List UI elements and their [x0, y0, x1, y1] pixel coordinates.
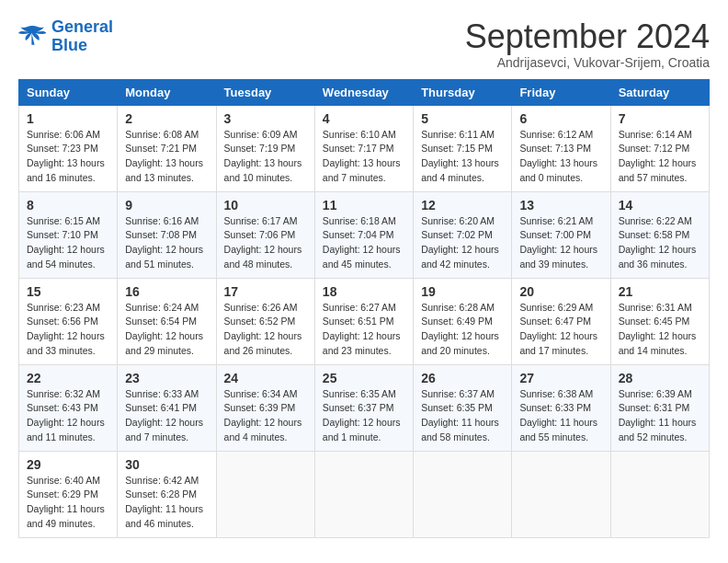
- logo-text-blue: Blue: [51, 37, 113, 55]
- calendar-cell: 30 Sunrise: 6:42 AM Sunset: 6:28 PM Dayl…: [118, 451, 216, 537]
- day-info: Sunrise: 6:17 AM Sunset: 7:06 PM Dayligh…: [224, 214, 307, 272]
- calendar-cell: [314, 451, 413, 537]
- day-info: Sunrise: 6:21 AM Sunset: 7:00 PM Dayligh…: [519, 214, 602, 272]
- day-number: 13: [519, 198, 602, 213]
- weekday-header: Saturday: [610, 79, 709, 105]
- day-info: Sunrise: 6:35 AM Sunset: 6:37 PM Dayligh…: [323, 387, 405, 445]
- weekday-header: Monday: [118, 79, 216, 105]
- day-info: Sunrise: 6:10 AM Sunset: 7:17 PM Dayligh…: [323, 128, 405, 186]
- day-number: 18: [323, 284, 405, 299]
- calendar-cell: [414, 451, 512, 537]
- calendar-cell: 26 Sunrise: 6:37 AM Sunset: 6:35 PM Dayl…: [414, 364, 512, 451]
- logo-text: General: [51, 18, 113, 37]
- location-subtitle: Andrijasevci, Vukovar-Srijem, Croatia: [465, 55, 710, 70]
- calendar-cell: [216, 451, 314, 537]
- day-number: 9: [125, 198, 208, 213]
- day-info: Sunrise: 6:06 AM Sunset: 7:23 PM Dayligh…: [27, 128, 109, 186]
- day-number: 17: [224, 284, 307, 299]
- day-info: Sunrise: 6:26 AM Sunset: 6:52 PM Dayligh…: [224, 301, 307, 359]
- day-number: 28: [619, 371, 701, 385]
- calendar-cell: 6 Sunrise: 6:12 AM Sunset: 7:13 PM Dayli…: [512, 105, 610, 191]
- calendar-week-row: 1 Sunrise: 6:06 AM Sunset: 7:23 PM Dayli…: [19, 105, 710, 191]
- weekday-header: Wednesday: [314, 79, 413, 105]
- calendar-cell: 16 Sunrise: 6:24 AM Sunset: 6:54 PM Dayl…: [118, 278, 216, 364]
- calendar-cell: [512, 451, 610, 537]
- day-number: 20: [519, 284, 602, 299]
- day-info: Sunrise: 6:39 AM Sunset: 6:31 PM Dayligh…: [619, 387, 701, 445]
- day-info: Sunrise: 6:11 AM Sunset: 7:15 PM Dayligh…: [421, 128, 504, 186]
- weekday-header: Sunday: [19, 79, 118, 105]
- calendar-cell: 9 Sunrise: 6:16 AM Sunset: 7:08 PM Dayli…: [118, 191, 216, 278]
- calendar-cell: 7 Sunrise: 6:14 AM Sunset: 7:12 PM Dayli…: [610, 105, 709, 191]
- day-number: 29: [27, 457, 109, 472]
- weekday-header: Friday: [512, 79, 610, 105]
- calendar-cell: 17 Sunrise: 6:26 AM Sunset: 6:52 PM Dayl…: [216, 278, 314, 364]
- calendar-cell: 19 Sunrise: 6:28 AM Sunset: 6:49 PM Dayl…: [414, 278, 512, 364]
- day-number: 19: [421, 284, 504, 299]
- month-title: September 2024: [465, 18, 710, 55]
- day-info: Sunrise: 6:23 AM Sunset: 6:56 PM Dayligh…: [27, 301, 109, 359]
- day-info: Sunrise: 6:22 AM Sunset: 6:58 PM Dayligh…: [619, 214, 701, 272]
- calendar-cell: 27 Sunrise: 6:38 AM Sunset: 6:33 PM Dayl…: [512, 364, 610, 451]
- calendar-cell: 23 Sunrise: 6:33 AM Sunset: 6:41 PM Dayl…: [118, 364, 216, 451]
- day-number: 4: [323, 111, 405, 126]
- day-number: 11: [323, 198, 405, 213]
- day-number: 25: [323, 371, 405, 385]
- logo-icon: [18, 24, 48, 50]
- day-number: 26: [421, 371, 504, 385]
- calendar-cell: 21 Sunrise: 6:31 AM Sunset: 6:45 PM Dayl…: [610, 278, 709, 364]
- day-number: 21: [619, 284, 701, 299]
- day-info: Sunrise: 6:28 AM Sunset: 6:49 PM Dayligh…: [421, 301, 504, 359]
- day-number: 15: [27, 284, 109, 299]
- day-info: Sunrise: 6:34 AM Sunset: 6:39 PM Dayligh…: [224, 387, 307, 445]
- calendar-cell: [610, 451, 709, 537]
- day-info: Sunrise: 6:09 AM Sunset: 7:19 PM Dayligh…: [224, 128, 307, 186]
- day-number: 27: [519, 371, 602, 385]
- calendar-cell: 12 Sunrise: 6:20 AM Sunset: 7:02 PM Dayl…: [414, 191, 512, 278]
- day-number: 24: [224, 371, 307, 385]
- page-header: General Blue September 2024 Andrijasevci…: [18, 18, 710, 70]
- day-number: 14: [619, 198, 701, 213]
- calendar-cell: 3 Sunrise: 6:09 AM Sunset: 7:19 PM Dayli…: [216, 105, 314, 191]
- calendar-cell: 10 Sunrise: 6:17 AM Sunset: 7:06 PM Dayl…: [216, 191, 314, 278]
- day-number: 22: [27, 371, 109, 385]
- calendar-cell: 29 Sunrise: 6:40 AM Sunset: 6:29 PM Dayl…: [19, 451, 118, 537]
- calendar-cell: 20 Sunrise: 6:29 AM Sunset: 6:47 PM Dayl…: [512, 278, 610, 364]
- day-info: Sunrise: 6:15 AM Sunset: 7:10 PM Dayligh…: [27, 214, 109, 272]
- calendar-table: SundayMondayTuesdayWednesdayThursdayFrid…: [18, 79, 710, 538]
- title-section: September 2024 Andrijasevci, Vukovar-Sri…: [465, 18, 710, 70]
- calendar-cell: 13 Sunrise: 6:21 AM Sunset: 7:00 PM Dayl…: [512, 191, 610, 278]
- day-number: 10: [224, 198, 307, 213]
- calendar-cell: 8 Sunrise: 6:15 AM Sunset: 7:10 PM Dayli…: [19, 191, 118, 278]
- day-info: Sunrise: 6:40 AM Sunset: 6:29 PM Dayligh…: [27, 474, 109, 532]
- calendar-cell: 14 Sunrise: 6:22 AM Sunset: 6:58 PM Dayl…: [610, 191, 709, 278]
- day-info: Sunrise: 6:31 AM Sunset: 6:45 PM Dayligh…: [619, 301, 701, 359]
- calendar-cell: 2 Sunrise: 6:08 AM Sunset: 7:21 PM Dayli…: [118, 105, 216, 191]
- day-info: Sunrise: 6:38 AM Sunset: 6:33 PM Dayligh…: [519, 387, 602, 445]
- day-number: 7: [619, 111, 701, 126]
- day-number: 23: [125, 371, 208, 385]
- day-info: Sunrise: 6:20 AM Sunset: 7:02 PM Dayligh…: [421, 214, 504, 272]
- day-info: Sunrise: 6:29 AM Sunset: 6:47 PM Dayligh…: [519, 301, 602, 359]
- day-number: 5: [421, 111, 504, 126]
- calendar-cell: 22 Sunrise: 6:32 AM Sunset: 6:43 PM Dayl…: [19, 364, 118, 451]
- calendar-cell: 28 Sunrise: 6:39 AM Sunset: 6:31 PM Dayl…: [610, 364, 709, 451]
- day-number: 8: [27, 198, 109, 213]
- calendar-cell: 24 Sunrise: 6:34 AM Sunset: 6:39 PM Dayl…: [216, 364, 314, 451]
- calendar-week-row: 22 Sunrise: 6:32 AM Sunset: 6:43 PM Dayl…: [19, 364, 710, 451]
- day-number: 30: [125, 457, 208, 472]
- day-info: Sunrise: 6:18 AM Sunset: 7:04 PM Dayligh…: [323, 214, 405, 272]
- day-info: Sunrise: 6:16 AM Sunset: 7:08 PM Dayligh…: [125, 214, 208, 272]
- weekday-header: Thursday: [414, 79, 512, 105]
- day-info: Sunrise: 6:08 AM Sunset: 7:21 PM Dayligh…: [125, 128, 208, 186]
- day-number: 2: [125, 111, 208, 126]
- day-number: 16: [125, 284, 208, 299]
- day-number: 12: [421, 198, 504, 213]
- calendar-week-row: 29 Sunrise: 6:40 AM Sunset: 6:29 PM Dayl…: [19, 451, 710, 537]
- day-info: Sunrise: 6:32 AM Sunset: 6:43 PM Dayligh…: [27, 387, 109, 445]
- calendar-cell: 4 Sunrise: 6:10 AM Sunset: 7:17 PM Dayli…: [314, 105, 413, 191]
- weekday-header: Tuesday: [216, 79, 314, 105]
- calendar-cell: 15 Sunrise: 6:23 AM Sunset: 6:56 PM Dayl…: [19, 278, 118, 364]
- calendar-week-row: 8 Sunrise: 6:15 AM Sunset: 7:10 PM Dayli…: [19, 191, 710, 278]
- calendar-cell: 1 Sunrise: 6:06 AM Sunset: 7:23 PM Dayli…: [19, 105, 118, 191]
